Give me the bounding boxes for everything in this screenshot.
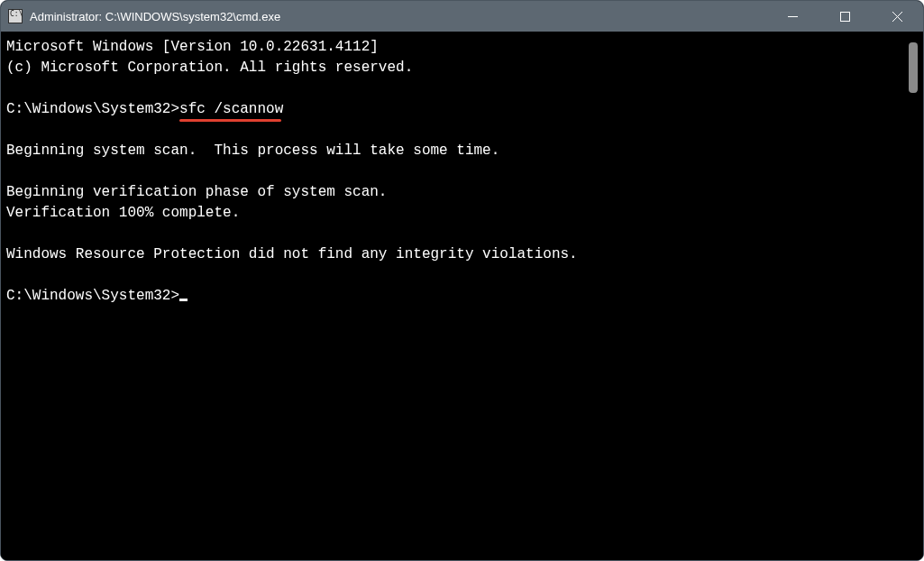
prompt-line: C:\Windows\System32> <box>6 286 905 307</box>
output-line: Windows Resource Protection did not find… <box>6 244 905 265</box>
cmd-window: C:\ Administrator: C:\WINDOWS\system32\c… <box>0 0 924 561</box>
blank-line <box>6 224 905 244</box>
blank-line <box>6 161 905 182</box>
terminal-content[interactable]: Microsoft Windows [Version 10.0.22631.41… <box>6 37 905 555</box>
maximize-button[interactable] <box>819 1 871 32</box>
terminal-area[interactable]: Microsoft Windows [Version 10.0.22631.41… <box>1 32 923 560</box>
output-line: Microsoft Windows [Version 10.0.22631.41… <box>6 37 905 58</box>
cursor <box>179 299 188 301</box>
minimize-button[interactable] <box>766 1 819 32</box>
command-line: C:\Windows\System32>sfc /scannow <box>6 99 905 120</box>
window-controls <box>766 1 923 32</box>
prompt: C:\Windows\System32> <box>6 101 179 117</box>
cmd-icon: C:\ <box>8 9 23 23</box>
window-title: Administrator: C:\WINDOWS\system32\cmd.e… <box>30 10 766 23</box>
blank-line <box>6 78 905 99</box>
titlebar[interactable]: C:\ Administrator: C:\WINDOWS\system32\c… <box>1 1 923 32</box>
close-button[interactable] <box>871 1 923 32</box>
output-line: Beginning system scan. This process will… <box>6 141 905 161</box>
output-line: Beginning verification phase of system s… <box>6 182 905 203</box>
scrollbar-thumb[interactable] <box>909 42 918 93</box>
prompt: C:\Windows\System32> <box>6 288 179 304</box>
output-line: Verification 100% complete. <box>6 203 905 224</box>
svg-rect-1 <box>840 12 849 21</box>
typed-command: sfc /scannow <box>179 99 283 120</box>
scrollbar[interactable] <box>907 37 919 555</box>
blank-line <box>6 265 905 286</box>
blank-line <box>6 120 905 141</box>
output-line: (c) Microsoft Corporation. All rights re… <box>6 58 905 78</box>
